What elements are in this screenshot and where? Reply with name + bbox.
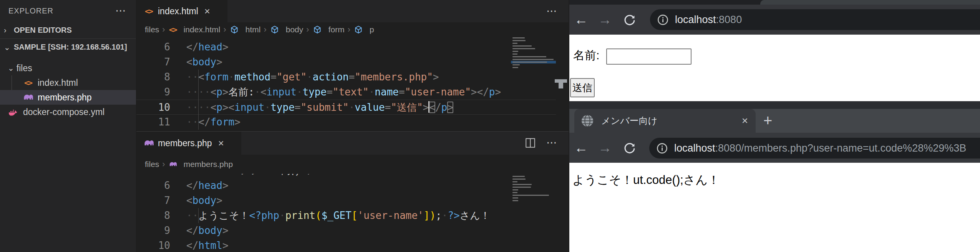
minimap-line	[511, 37, 556, 39]
site-info-icon[interactable]	[657, 14, 669, 26]
breadcrumb-separator: ›	[223, 25, 226, 35]
browser-tab-members[interactable]: メンバー向け ×	[574, 109, 756, 133]
code-token: ·	[297, 86, 303, 98]
new-tab-icon[interactable]: +	[763, 113, 772, 128]
editor-area: <> index.html × ⋯ files›<>index.html›htm…	[136, 0, 569, 252]
code-line-content: </body>	[186, 223, 229, 238]
submit-button[interactable]: 送信	[570, 78, 595, 97]
code-token: <	[186, 56, 192, 68]
forward-icon[interactable]: →	[593, 13, 617, 27]
minimap-pane2[interactable]	[511, 175, 556, 210]
back-icon[interactable]: ←	[569, 141, 593, 155]
code-token: "user-name"	[405, 86, 471, 98]
chevron-down-icon: ⌄	[8, 63, 14, 73]
code-token: >	[234, 116, 240, 128]
section-open-editors[interactable]: › OPEN EDITORS	[0, 22, 136, 38]
code-token: input	[234, 102, 264, 113]
tree-item-label: members.php	[38, 92, 92, 103]
workspace-label: SAMPLE [SSH: 192.168.56.101]	[14, 43, 127, 52]
code-token: "送信"	[391, 102, 423, 113]
close-icon[interactable]: ×	[742, 115, 748, 127]
breadcrumb-separator: ›	[162, 25, 165, 35]
code-token: [	[352, 210, 358, 221]
close-icon[interactable]: ×	[204, 6, 210, 16]
code-token: body	[198, 225, 222, 236]
indent-guide	[198, 208, 199, 223]
breadcrumb-item-index-html[interactable]: <>index.html	[168, 25, 221, 34]
explorer-more-icon[interactable]: ⋯	[115, 9, 127, 13]
url-bar[interactable]: localhost:8080	[650, 9, 980, 30]
tab-members-php[interactable]: members.php ×	[136, 132, 241, 155]
code-line-8: 8··ようこそ！<?php·print($_GET['user-name']);…	[136, 208, 556, 223]
url-bar[interactable]: localhost:8080/members.php?user-name=ut.…	[649, 138, 980, 159]
tab-bar-pane2[interactable]: members.php × ⋯	[136, 132, 569, 155]
code-token: >	[234, 37, 240, 38]
breadcrumb-item-body[interactable]: body	[270, 25, 303, 35]
code-line-content: ····<p><input·type="submit"·value="送信"><…	[186, 100, 453, 114]
code-token: ··	[186, 71, 198, 83]
breadcrumb-item-members-php[interactable]: members.php	[168, 160, 233, 169]
line-number: 6	[136, 178, 170, 193]
browser-page-form: 名前: 送信	[569, 35, 980, 101]
close-icon[interactable]: ×	[218, 138, 224, 148]
code-editor-index-html[interactable]: 5··<title>Hello World</title>6</head>7<b…	[136, 37, 556, 132]
code-token: type	[303, 86, 327, 98]
code-token: p	[216, 86, 222, 98]
browser-toolbar: ← → localhost:8080	[569, 5, 980, 35]
breadcrumb-label: body	[286, 25, 303, 34]
code-line-content: ··<title>メンバー向け</title>	[186, 174, 350, 178]
reload-icon[interactable]	[617, 13, 642, 26]
minimap-line	[511, 66, 556, 69]
code-line-content: </html>	[186, 238, 229, 252]
minimap-line	[511, 39, 556, 42]
tree-item-members-php[interactable]: members.php	[0, 90, 136, 105]
reload-icon[interactable]	[617, 141, 642, 154]
split-editor-icon[interactable]	[525, 138, 536, 148]
breadcrumb-item-html[interactable]: html	[229, 25, 261, 35]
name-field-label: 名前:	[573, 48, 599, 63]
editor-actions-more-icon[interactable]: ⋯	[546, 141, 558, 145]
code-token: title	[313, 174, 343, 176]
minimap-line	[511, 61, 556, 63]
code-token: ]	[424, 210, 430, 221]
minimap-pane1[interactable]	[511, 37, 556, 75]
code-token: </	[301, 174, 313, 176]
code-token: <?php	[249, 210, 279, 221]
tree-item-index-html[interactable]: <>index.html	[0, 75, 136, 90]
chevron-right-icon: ›	[4, 26, 14, 35]
breadcrumb-item-p[interactable]: p	[353, 25, 374, 35]
minimap-line	[511, 63, 556, 66]
code-token: head	[198, 180, 222, 191]
breadcrumb-item-files[interactable]: files	[145, 160, 159, 169]
code-token: </	[477, 86, 489, 98]
code-token: ·	[349, 102, 355, 113]
code-token: ·	[229, 71, 235, 83]
section-workspace[interactable]: ⌄ SAMPLE [SSH: 192.168.56.101]	[0, 38, 136, 55]
site-info-icon[interactable]	[656, 142, 668, 154]
tab-bar-pane1[interactable]: <> index.html × ⋯	[136, 0, 569, 22]
tree-item-files[interactable]: ⌄files	[0, 61, 136, 75]
tab-index-html[interactable]: <> index.html ×	[136, 0, 227, 22]
code-token: ·	[254, 86, 260, 98]
tree-item-docker-compose-yml[interactable]: docker-compose.yml	[0, 105, 136, 119]
line-number: 6	[136, 40, 170, 55]
breadcrumb-item-files[interactable]: files	[145, 25, 159, 34]
editor-actions-more-icon[interactable]: ⋯	[546, 9, 558, 13]
minimap-line	[511, 199, 556, 202]
tree-item-label: docker-compose.yml	[23, 107, 104, 117]
code-token: "text"	[333, 86, 369, 98]
code-token: </	[186, 180, 198, 191]
breadcrumb-label: members.php	[184, 160, 233, 169]
code-editor-members-php[interactable]: 5··<title>メンバー向け</title>6</head>7<body>8…	[136, 174, 556, 252]
code-token: /	[435, 102, 441, 113]
forward-icon[interactable]: →	[593, 141, 617, 155]
code-token: (	[315, 210, 322, 221]
name-text-input[interactable]	[606, 48, 691, 65]
scrollbar-decoration	[555, 79, 567, 88]
tree-item-label: files	[17, 63, 32, 73]
back-icon[interactable]: ←	[569, 13, 593, 27]
code-line-9: 9····<p>名前:·<input·type="text"·name="use…	[136, 85, 556, 100]
breadcrumb-label: html	[245, 25, 261, 34]
breadcrumb-item-form[interactable]: form	[312, 25, 345, 35]
code-line-content: ··ようこそ！<?php·print($_GET['user-name']);·…	[186, 208, 490, 223]
